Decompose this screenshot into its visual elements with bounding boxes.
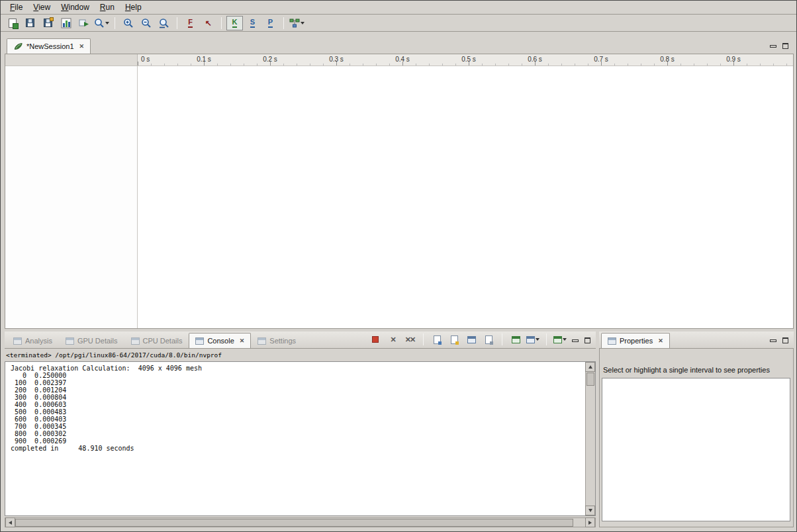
- tab-cpu-details[interactable]: CPU Details: [124, 333, 189, 348]
- scroll-lock-button[interactable]: [447, 333, 461, 346]
- maximize-icon: [585, 337, 590, 343]
- vertical-scroll-thumb[interactable]: [586, 373, 594, 386]
- console-tab-icon: [195, 337, 204, 345]
- console-minimize-button[interactable]: [569, 335, 581, 345]
- new-session-icon: [9, 19, 17, 28]
- save-session-button[interactable]: [22, 16, 38, 30]
- zoom-in-button[interactable]: [120, 16, 136, 30]
- timeline-body: [5, 66, 793, 328]
- marker-f-button[interactable]: F: [182, 16, 199, 30]
- scroll-up-icon[interactable]: [585, 362, 595, 372]
- stdout-icon: [467, 336, 476, 343]
- remove-launch-icon: ✕: [390, 336, 395, 343]
- display-console-icon: [526, 336, 535, 343]
- menu-run[interactable]: Run: [95, 1, 120, 13]
- analysis-tab-icon: [13, 337, 22, 345]
- minimize-icon: [770, 45, 776, 48]
- toolbar-separator: [221, 17, 222, 29]
- scroll-left-icon[interactable]: [5, 517, 15, 527]
- properties-panel: Properties ✕ Select or highlight a singl…: [599, 332, 794, 527]
- ruler-scale[interactable]: 0 s 0.1 s 0.2 s 0.3 s 0.4 s 0.5 s 0.6 s …: [138, 54, 793, 66]
- export-profile-button[interactable]: [75, 16, 92, 30]
- console-horizontal-scrollbar[interactable]: [5, 517, 596, 527]
- editor-maximize-button[interactable]: [779, 41, 791, 51]
- pin-console-button[interactable]: [508, 333, 523, 346]
- show-stdout-button[interactable]: [464, 333, 479, 346]
- session-tab-close-icon[interactable]: ✕: [79, 43, 85, 50]
- console-output-area[interactable]: Jacobi relaxation Calculation: 4096 x 40…: [5, 361, 596, 516]
- clear-console-icon: [434, 335, 441, 344]
- ruler-label: 0.1 s: [197, 56, 211, 63]
- pin-console-icon: [512, 336, 520, 343]
- timeline-row-names-column: [5, 66, 138, 328]
- console-content: <terminated> /opt/pgi/linux86-64/2017/cu…: [5, 349, 596, 527]
- main-toolbar: F ↖ K S P: [1, 15, 796, 32]
- properties-maximize-button[interactable]: [779, 335, 791, 345]
- console-maximize-button[interactable]: [581, 335, 593, 345]
- tab-properties[interactable]: Properties ✕: [601, 333, 670, 348]
- cpu-details-tab-icon: [131, 337, 140, 345]
- view-tab-row: Analysis GPU Details CPU Details Console…: [5, 332, 596, 349]
- terminate-button[interactable]: [368, 333, 383, 346]
- scroll-down-icon[interactable]: [585, 506, 595, 515]
- timeline-canvas[interactable]: [138, 66, 793, 328]
- chart-button[interactable]: [58, 16, 74, 30]
- menubar: File View Window Run Help: [1, 1, 796, 15]
- export-icon: [79, 18, 89, 28]
- timeline-editor-panel: *NewSession1 ✕ 0 s 0.1 s 0.2 s 0.3 s 0.4…: [5, 36, 794, 329]
- gpu-details-tab-icon: [66, 337, 74, 345]
- tab-gpu-details-label: GPU Details: [77, 337, 118, 345]
- toolbar-separator: [115, 17, 115, 29]
- magnifier-icon: [94, 18, 105, 28]
- remove-launch-button[interactable]: ✕: [385, 333, 400, 346]
- horizontal-scroll-thumb[interactable]: [15, 519, 573, 527]
- tab-settings[interactable]: Settings: [251, 333, 303, 348]
- p-toggle-button[interactable]: P: [262, 16, 279, 30]
- tab-console[interactable]: Console ✕: [189, 333, 251, 348]
- terminate-icon: [372, 336, 379, 343]
- tab-gpu-details[interactable]: GPU Details: [59, 333, 124, 348]
- ruler-label: 0.7 s: [594, 56, 608, 63]
- zoom-out-icon: [141, 18, 152, 28]
- show-stderr-button[interactable]: [481, 333, 496, 346]
- console-toolbar: ✕ ✕✕: [367, 333, 568, 346]
- timeline-ruler: 0 s 0.1 s 0.2 s 0.3 s 0.4 s 0.5 s 0.6 s …: [5, 54, 793, 66]
- zoom-out-button[interactable]: [138, 16, 154, 30]
- console-terminated-line: <terminated> /opt/pgi/linux86-64/2017/cu…: [5, 349, 596, 359]
- properties-minimize-button[interactable]: [767, 335, 779, 345]
- toolbar-separator: [502, 333, 502, 345]
- menu-view[interactable]: View: [28, 1, 56, 13]
- save-as-button[interactable]: [40, 16, 56, 30]
- s-toggle-button[interactable]: S: [244, 16, 261, 30]
- properties-tab-icon: [608, 337, 616, 345]
- analysis-dropdown-button[interactable]: [289, 16, 305, 30]
- maximize-icon: [782, 337, 788, 343]
- remove-all-launches-button[interactable]: ✕✕: [402, 333, 417, 346]
- open-console-button[interactable]: [553, 333, 567, 346]
- toolbar-separator: [423, 333, 424, 345]
- k-toggle-button[interactable]: K: [226, 16, 243, 30]
- zoom-fit-button[interactable]: [156, 16, 172, 30]
- bar-chart-icon: [61, 18, 71, 28]
- ruler-names-header: [5, 54, 138, 66]
- refresh-dropdown-button[interactable]: [93, 16, 110, 30]
- menu-help[interactable]: Help: [120, 1, 147, 13]
- properties-tab-close-icon[interactable]: ✕: [658, 337, 663, 344]
- console-vertical-scrollbar[interactable]: [585, 362, 595, 515]
- session-tab[interactable]: *NewSession1 ✕: [7, 38, 91, 54]
- editor-minimize-button[interactable]: [767, 41, 779, 51]
- ruler-label: 0.8 s: [660, 56, 675, 63]
- display-console-button[interactable]: [526, 333, 540, 346]
- clear-console-button[interactable]: [430, 333, 444, 346]
- marker-arrow-button[interactable]: ↖: [200, 16, 216, 30]
- s-toggle-icon: S: [250, 19, 255, 28]
- tab-properties-label: Properties: [620, 337, 653, 345]
- chevron-down-icon: [301, 22, 305, 24]
- menu-file[interactable]: File: [5, 1, 28, 13]
- new-session-button[interactable]: [4, 16, 21, 30]
- scroll-right-icon[interactable]: [585, 517, 595, 527]
- ruler-label: 0.6 s: [528, 56, 542, 63]
- tab-analysis[interactable]: Analysis: [7, 333, 59, 348]
- menu-window[interactable]: Window: [56, 1, 95, 13]
- console-tab-close-icon[interactable]: ✕: [240, 337, 245, 344]
